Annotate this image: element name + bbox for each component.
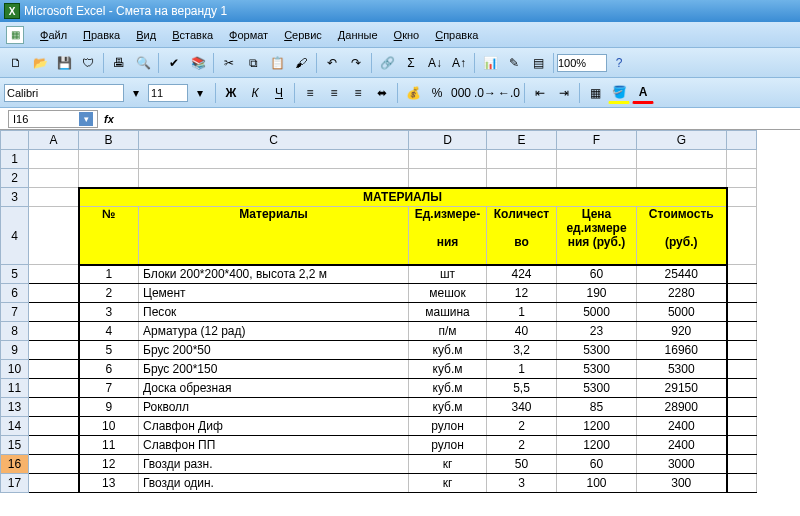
cell[interactable]	[139, 150, 409, 169]
currency-icon[interactable]: 💰	[402, 82, 424, 104]
comma-icon[interactable]: 000	[450, 82, 472, 104]
cell-qty[interactable]: 340	[487, 398, 557, 417]
chart-icon[interactable]: 📊	[479, 52, 501, 74]
cell-cost[interactable]: 3000	[637, 455, 727, 474]
sort-asc-icon[interactable]: A↓	[424, 52, 446, 74]
cell-qty[interactable]: 3	[487, 474, 557, 493]
cell[interactable]	[29, 284, 79, 303]
cell-cost[interactable]: 300	[637, 474, 727, 493]
cut-icon[interactable]: ✂	[218, 52, 240, 74]
menu-файл[interactable]: Файл	[32, 26, 75, 44]
cell[interactable]	[727, 188, 757, 207]
row-header[interactable]: 5	[1, 265, 29, 284]
permission-icon[interactable]: 🛡	[77, 52, 99, 74]
cell[interactable]	[29, 188, 79, 207]
cell[interactable]	[29, 265, 79, 284]
cell-unit[interactable]: п/м	[409, 322, 487, 341]
cell-price[interactable]: 23	[557, 322, 637, 341]
cell-num[interactable]: 11	[79, 436, 139, 455]
save-icon[interactable]: 💾	[53, 52, 75, 74]
cell[interactable]	[29, 360, 79, 379]
row-header[interactable]: 16	[1, 455, 29, 474]
cell-material[interactable]: Блоки 200*200*400, высота 2,2 м	[139, 265, 409, 284]
fill-color-icon[interactable]: 🪣	[608, 82, 630, 104]
cell-unit[interactable]: рулон	[409, 436, 487, 455]
cell-unit[interactable]: куб.м	[409, 360, 487, 379]
decrease-indent-icon[interactable]: ⇤	[529, 82, 551, 104]
col-header[interactable]: F	[557, 131, 637, 150]
cell-num[interactable]: 13	[79, 474, 139, 493]
cell-cost[interactable]: 2400	[637, 436, 727, 455]
col-header[interactable]: A	[29, 131, 79, 150]
cell[interactable]	[29, 379, 79, 398]
cell[interactable]	[727, 322, 757, 341]
cell-unit[interactable]: куб.м	[409, 379, 487, 398]
cell[interactable]	[29, 398, 79, 417]
row-header[interactable]: 7	[1, 303, 29, 322]
print-icon[interactable]: 🖶	[108, 52, 130, 74]
cell-material[interactable]: Цемент	[139, 284, 409, 303]
cell-material[interactable]: Брус 200*50	[139, 341, 409, 360]
cell-qty[interactable]: 5,5	[487, 379, 557, 398]
cell-cost[interactable]: 16960	[637, 341, 727, 360]
bold-icon[interactable]: Ж	[220, 82, 242, 104]
cell-cost[interactable]: 29150	[637, 379, 727, 398]
cell-qty[interactable]: 3,2	[487, 341, 557, 360]
cell[interactable]	[487, 169, 557, 188]
cell-material[interactable]: Рокволл	[139, 398, 409, 417]
row-header[interactable]: 4	[1, 207, 29, 265]
cell[interactable]	[29, 150, 79, 169]
cell-material[interactable]: Гвозди один.	[139, 474, 409, 493]
percent-icon[interactable]: %	[426, 82, 448, 104]
cell-qty[interactable]: 2	[487, 436, 557, 455]
align-right-icon[interactable]: ≡	[347, 82, 369, 104]
cell[interactable]	[727, 207, 757, 265]
hdr-unit[interactable]: Ед.измере-ния	[409, 207, 487, 265]
menu-правка[interactable]: Правка	[75, 26, 128, 44]
copy-icon[interactable]: ⧉	[242, 52, 264, 74]
worksheet-grid[interactable]: ABCDEFG 123МАТЕРИАЛЫ4№МатериалыЕд.измере…	[0, 130, 800, 516]
cell[interactable]	[727, 474, 757, 493]
cell-price[interactable]: 190	[557, 284, 637, 303]
cell-cost[interactable]: 25440	[637, 265, 727, 284]
paste-icon[interactable]: 📋	[266, 52, 288, 74]
row-header[interactable]: 14	[1, 417, 29, 436]
cell-num[interactable]: 4	[79, 322, 139, 341]
formula-input[interactable]	[120, 110, 289, 128]
cell-unit[interactable]: кг	[409, 455, 487, 474]
section-title[interactable]: МАТЕРИАЛЫ	[79, 188, 727, 207]
open-icon[interactable]: 📂	[29, 52, 51, 74]
row-header[interactable]: 3	[1, 188, 29, 207]
italic-icon[interactable]: К	[244, 82, 266, 104]
cell[interactable]	[727, 265, 757, 284]
cell-price[interactable]: 100	[557, 474, 637, 493]
menu-справка[interactable]: Справка	[427, 26, 486, 44]
cell[interactable]	[727, 417, 757, 436]
format-painter-icon[interactable]: 🖌	[290, 52, 312, 74]
row-header[interactable]: 2	[1, 169, 29, 188]
cell[interactable]	[79, 169, 139, 188]
cell-cost[interactable]: 920	[637, 322, 727, 341]
drawing-icon[interactable]: ✎	[503, 52, 525, 74]
cell-price[interactable]: 85	[557, 398, 637, 417]
help-icon[interactable]: ?	[608, 52, 630, 74]
cell-unit[interactable]: мешок	[409, 284, 487, 303]
cell-price[interactable]: 5300	[557, 379, 637, 398]
pivot-icon[interactable]: ▤	[527, 52, 549, 74]
increase-indent-icon[interactable]: ⇥	[553, 82, 575, 104]
col-header[interactable]: D	[409, 131, 487, 150]
col-header[interactable]: E	[487, 131, 557, 150]
col-header[interactable]	[727, 131, 757, 150]
cell-material[interactable]: Славфон Диф	[139, 417, 409, 436]
col-header[interactable]: B	[79, 131, 139, 150]
cell-unit[interactable]: кг	[409, 474, 487, 493]
cell[interactable]	[29, 169, 79, 188]
new-icon[interactable]: 🗋	[5, 52, 27, 74]
row-header[interactable]: 1	[1, 150, 29, 169]
font-name-combo[interactable]	[4, 84, 124, 102]
cell[interactable]	[727, 303, 757, 322]
cell[interactable]	[29, 455, 79, 474]
cell[interactable]	[409, 169, 487, 188]
merge-center-icon[interactable]: ⬌	[371, 82, 393, 104]
menu-вставка[interactable]: Вставка	[164, 26, 221, 44]
